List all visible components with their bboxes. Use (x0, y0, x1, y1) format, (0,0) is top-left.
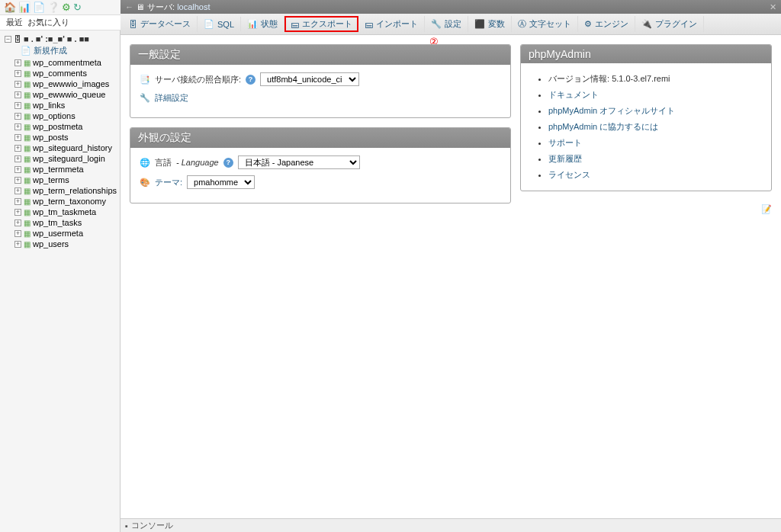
detail-settings-row: 🔧 詳細設定 (140, 92, 501, 104)
tab-sql[interactable]: 📄SQL (198, 17, 241, 31)
tree-table-node[interactable]: +▦wp_siteguard_history (13, 143, 120, 153)
collapse-toggle[interactable]: − (5, 36, 11, 43)
tree-table-node[interactable]: +▦wp_siteguard_login (13, 153, 120, 164)
tree-table-node[interactable]: +▦wp_terms (13, 175, 120, 185)
tree-table-node[interactable]: +▦wp_ewwwio_queue (13, 89, 120, 100)
language-row: 🌐 言語 - Language ? 日本語 - Japanese (140, 155, 501, 169)
expand-toggle[interactable]: + (14, 187, 21, 194)
expand-toggle[interactable]: + (14, 177, 21, 184)
recent-label[interactable]: 最近 (6, 17, 23, 28)
pma-link-item: サポート (548, 135, 762, 151)
home-icon[interactable]: 🏠 (4, 2, 16, 13)
tab-status[interactable]: 📊状態 (241, 16, 284, 32)
tab-label: SQL (217, 20, 234, 29)
tree-table-node[interactable]: +▦wp_tm_taskmeta (13, 207, 120, 217)
collation-select[interactable]: utf8mb4_unicode_ci (260, 72, 359, 86)
tab-label: プラグイン (655, 18, 697, 30)
tree-table-node[interactable]: +▦wp_comments (13, 68, 120, 79)
pma-link[interactable]: サポート (548, 138, 582, 147)
page-settings-icon[interactable]: 📝 (761, 204, 772, 214)
console-bar[interactable]: ▪ コンソール (121, 518, 781, 532)
server-breadcrumb: ← 🖥 サーバ: localhost ✕ (121, 0, 781, 14)
server-name: localhost (177, 2, 210, 11)
theme-label[interactable]: テーマ: (155, 177, 182, 188)
tab-label: エンジン (595, 18, 628, 30)
table-name: wp_term_relationships (33, 186, 117, 195)
expand-toggle[interactable]: + (14, 155, 21, 162)
tree-table-node[interactable]: +▦wp_users (13, 239, 120, 249)
tabs-bar: 🗄データベース📄SQL📊状態🖴エクスポート🖴インポート🔧設定⬛変数Ⓐ文字セット⚙… (121, 14, 781, 35)
pma-link[interactable]: phpMyAdmin オフィシャルサイト (548, 106, 675, 115)
settings-icon: 🔧 (431, 19, 442, 29)
tree-new-item[interactable]: 📄 新規作成 (13, 44, 120, 57)
help-icon[interactable]: ? (223, 158, 233, 168)
expand-toggle[interactable]: + (14, 59, 21, 66)
sql-icon[interactable]: 📄 (33, 2, 45, 13)
table-icon: ▦ (24, 112, 31, 120)
pma-link[interactable]: ライセンス (548, 170, 590, 179)
expand-toggle[interactable]: + (14, 113, 21, 120)
settings-icon[interactable]: ⚙ (62, 2, 71, 13)
pma-link-item: phpMyAdmin に協力するには (548, 119, 762, 135)
expand-toggle[interactable]: + (14, 134, 21, 141)
table-icon: ▦ (24, 155, 31, 163)
table-name: wp_siteguard_history (33, 143, 112, 152)
language-select[interactable]: 日本語 - Japanese (238, 155, 360, 169)
expand-toggle[interactable]: + (14, 123, 21, 130)
tree-table-node[interactable]: +▦wp_term_relationships (13, 185, 120, 196)
expand-toggle[interactable]: + (14, 241, 21, 248)
tree-table-node[interactable]: +▦wp_usermeta (13, 228, 120, 239)
console-toggle-icon[interactable]: ▪ (125, 521, 128, 530)
pma-link[interactable]: 更新履歴 (548, 154, 582, 163)
expand-toggle[interactable]: + (14, 230, 21, 237)
tree-table-node[interactable]: +▦wp_posts (13, 132, 120, 143)
close-icon[interactable]: ✕ (770, 2, 776, 12)
table-name: wp_usermeta (33, 229, 83, 238)
docs-icon[interactable]: ❔ (47, 2, 59, 13)
tree-db-node[interactable]: − 🗄 ■ . ■' :■_■' ■ . ■■ (3, 34, 120, 44)
expand-toggle[interactable]: + (14, 70, 21, 77)
reload-icon[interactable]: ↻ (73, 2, 82, 13)
tab-plugins[interactable]: 🔌プラグイン (635, 16, 704, 32)
expand-toggle[interactable]: + (14, 102, 21, 109)
tab-databases[interactable]: 🗄データベース (123, 16, 198, 32)
pma-link[interactable]: phpMyAdmin に協力するには (548, 122, 658, 131)
expand-toggle[interactable]: + (14, 209, 21, 216)
sql-icon: 📄 (204, 19, 214, 29)
expand-toggle[interactable]: + (14, 145, 21, 152)
expand-toggle[interactable]: + (14, 198, 21, 205)
table-name: wp_postmeta (33, 122, 82, 131)
expand-toggle[interactable]: + (14, 166, 21, 173)
tree-table-node[interactable]: +▦wp_termmeta (13, 164, 120, 175)
detail-settings-link[interactable]: 詳細設定 (155, 92, 188, 104)
tab-import[interactable]: 🖴インポート (358, 16, 425, 32)
favorite-label[interactable]: お気に入り (27, 17, 69, 28)
stats-icon[interactable]: 📊 (18, 2, 31, 13)
collation-label: サーバ接続の照合順序: (155, 74, 241, 85)
tab-settings[interactable]: 🔧設定 (425, 16, 468, 32)
tree-table-node[interactable]: +▦wp_term_taxonomy (13, 196, 120, 207)
table-name: wp_tm_tasks (33, 218, 82, 227)
tab-charsets[interactable]: Ⓐ文字セット (512, 16, 578, 32)
help-icon[interactable]: ? (246, 75, 256, 85)
table-name: wp_ewwwio_images (33, 79, 109, 88)
tab-label: 変数 (488, 18, 505, 30)
pma-link[interactable]: ドキュメント (548, 90, 599, 99)
tab-export[interactable]: 🖴エクスポート (284, 16, 358, 32)
expand-toggle[interactable]: + (14, 81, 21, 88)
tree-table-node[interactable]: +▦wp_commentmeta (13, 57, 120, 68)
tree-table-node[interactable]: +▦wp_postmeta (13, 121, 120, 132)
lang-label-en: - Language (176, 158, 219, 167)
tree-table-node[interactable]: +▦wp_links (13, 100, 120, 111)
expand-toggle[interactable]: + (14, 91, 21, 98)
tab-engines[interactable]: ⚙エンジン (578, 16, 635, 32)
back-icon[interactable]: ← (125, 2, 133, 11)
tree-table-node[interactable]: +▦wp_ewwwio_images (13, 79, 120, 89)
status-icon: 📊 (247, 19, 258, 29)
tree-table-node[interactable]: +▦wp_tm_tasks (13, 217, 120, 228)
table-icon: ▦ (24, 176, 31, 184)
expand-toggle[interactable]: + (14, 220, 21, 226)
tab-variables[interactable]: ⬛変数 (468, 16, 512, 32)
theme-select[interactable]: pmahomme (187, 175, 255, 189)
tree-table-node[interactable]: +▦wp_options (13, 111, 120, 121)
